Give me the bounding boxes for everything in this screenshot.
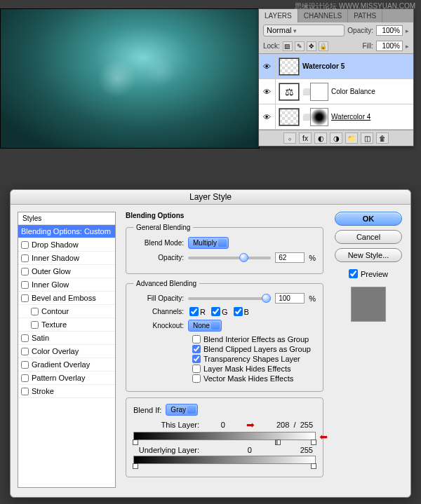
layer-mask[interactable] (310, 108, 328, 126)
adv-check: Blend Interior Effects as Group (192, 335, 316, 343)
style-checkbox[interactable] (21, 361, 29, 369)
blend-mode-select[interactable]: Multiply (188, 237, 229, 249)
fill-opacity-input[interactable] (275, 293, 305, 304)
blendif-select[interactable]: Gray (166, 404, 198, 416)
adv-check-label: Blend Clipped Layers as Group (203, 345, 311, 353)
styles-header[interactable]: Styles (18, 212, 115, 225)
underlying-gradient[interactable] (133, 456, 316, 464)
channel-r-checkbox[interactable] (189, 307, 199, 316)
style-checkbox[interactable] (21, 388, 29, 395)
layer-name[interactable]: Watercolor 5 (302, 62, 413, 70)
blend-mode-select[interactable]: Normal ▾ (263, 25, 345, 36)
style-item[interactable]: Bevel and Emboss (18, 292, 115, 305)
style-item[interactable]: Inner Glow (18, 278, 115, 292)
style-checkbox[interactable] (21, 254, 29, 262)
cancel-button[interactable]: Cancel (335, 230, 402, 244)
opacity-slider[interactable] (188, 257, 271, 259)
general-blending-legend: General Blending (133, 224, 193, 231)
lock-transparency-icon[interactable]: ▨ (283, 41, 293, 51)
folder-icon[interactable]: 📁 (345, 132, 358, 144)
layer-mask[interactable] (310, 83, 328, 101)
opacity-input[interactable] (275, 252, 305, 263)
arrow-left-icon: ➡ (319, 431, 328, 442)
channel-g-checkbox[interactable] (211, 307, 220, 316)
blending-options: Blending Options General Blending Blend … (123, 212, 326, 488)
style-checkbox[interactable] (31, 308, 39, 315)
layer-style-dialog: Layer Style Styles Blending Options: Cus… (10, 189, 411, 498)
gradient-stop[interactable] (311, 463, 316, 469)
style-item[interactable]: Contour (18, 305, 115, 318)
layer-thumb[interactable] (279, 108, 300, 126)
style-item[interactable]: Pattern Overlay (18, 372, 115, 385)
this-layer-gradient[interactable]: ➡ (133, 432, 316, 440)
style-checkbox[interactable] (21, 281, 29, 289)
style-item[interactable]: Texture (18, 318, 115, 332)
adv-check: Vector Mask Hides Effects (192, 374, 316, 383)
style-checkbox[interactable] (21, 374, 29, 382)
style-item[interactable]: Outer Glow (18, 265, 115, 278)
lock-all-icon[interactable]: 🔒 (319, 41, 328, 51)
gradient-stop[interactable] (133, 463, 138, 469)
style-item[interactable]: Satin (18, 332, 115, 345)
layer-name[interactable]: Watercolor 4 (331, 113, 413, 121)
lock-position-icon[interactable]: ✥ (307, 41, 316, 51)
adv-checkbox[interactable] (192, 355, 201, 363)
layer-thumb[interactable] (279, 83, 300, 101)
style-checkbox[interactable] (21, 348, 29, 355)
layer-name[interactable]: Color Balance (331, 88, 413, 95)
style-checkbox[interactable] (21, 268, 29, 275)
style-checkbox[interactable] (31, 321, 39, 329)
adv-checkbox[interactable] (192, 365, 201, 373)
chevron-right-icon[interactable]: ▸ (406, 43, 409, 50)
adjustment-icon[interactable]: ◑ (330, 132, 342, 144)
adv-check-label: Layer Mask Hides Effects (203, 365, 291, 373)
knockout-select[interactable]: None (188, 320, 222, 332)
adv-check-label: Transparency Shapes Layer (203, 355, 300, 363)
gradient-stop[interactable] (311, 440, 316, 445)
style-item[interactable]: Inner Shadow (18, 252, 115, 265)
advanced-blending-legend: Advanced Blending (133, 280, 199, 287)
lock-pixels-icon[interactable]: ✎ (295, 41, 305, 51)
underlying-label: Underlying Layer: (136, 446, 199, 454)
trash-icon[interactable]: 🗑 (376, 132, 389, 144)
channel-b-checkbox[interactable] (234, 307, 243, 316)
layer-row[interactable]: 👁 ⬜ Color Balance (259, 79, 413, 104)
mask-icon[interactable]: ◐ (314, 132, 327, 144)
canvas-preview (0, 8, 260, 149)
style-checkbox[interactable] (21, 334, 29, 342)
adv-checkbox[interactable] (192, 374, 201, 383)
new-layer-icon[interactable]: ◫ (361, 132, 373, 144)
link-layers-icon[interactable]: ⬨ (283, 132, 296, 144)
layer-row[interactable]: 👁 Watercolor 5 (259, 54, 413, 79)
style-item[interactable]: Stroke (18, 385, 115, 398)
channels-label: Channels: (133, 308, 184, 315)
style-item[interactable]: Color Overlay (18, 345, 115, 358)
fill-field[interactable] (376, 41, 403, 51)
tab-layers[interactable]: LAYERS (259, 9, 298, 22)
fx-icon[interactable]: fx (299, 132, 312, 144)
style-checkbox[interactable] (21, 294, 29, 302)
style-label: Pattern Overlay (32, 374, 85, 382)
chevron-right-icon[interactable]: ▸ (406, 27, 409, 34)
fill-opacity-slider[interactable] (188, 297, 271, 300)
styles-list: Styles Blending Options: CustomDrop Shad… (18, 212, 116, 488)
style-item[interactable]: Gradient Overlay (18, 358, 115, 372)
layer-row[interactable]: 👁 ⬜ Watercolor 4 (259, 104, 413, 130)
adv-checkbox[interactable] (192, 345, 201, 353)
eye-icon[interactable]: 👁 (259, 79, 276, 104)
adv-check: Layer Mask Hides Effects (192, 365, 316, 373)
style-item[interactable]: Blending Options: Custom (18, 225, 115, 238)
ok-button[interactable]: OK (335, 212, 402, 226)
opacity-field[interactable] (376, 25, 403, 36)
new-style-button[interactable]: New Style... (335, 248, 402, 262)
arrow-right-icon: ➡ (246, 419, 255, 430)
style-item[interactable]: Drop Shadow (18, 238, 115, 252)
adv-checkbox[interactable] (192, 335, 201, 343)
eye-icon[interactable]: 👁 (259, 104, 276, 129)
style-checkbox[interactable] (21, 241, 29, 249)
gradient-stop[interactable] (133, 440, 138, 445)
gradient-stop-split[interactable] (275, 440, 281, 445)
layer-thumb[interactable] (279, 57, 300, 76)
preview-checkbox[interactable] (349, 269, 358, 278)
eye-icon[interactable]: 👁 (259, 54, 276, 79)
